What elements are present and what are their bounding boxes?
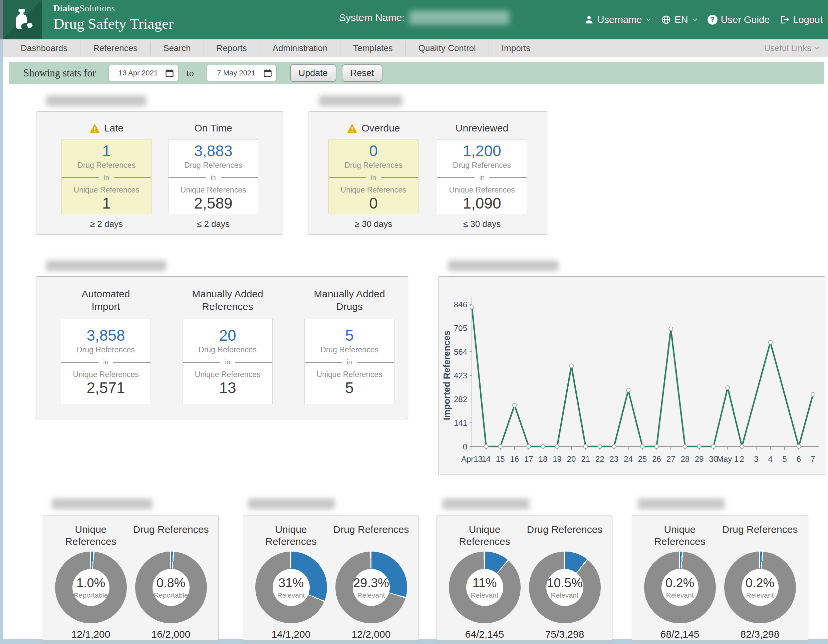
panel-title-redacted bbox=[442, 498, 529, 509]
in-label: in bbox=[206, 174, 221, 182]
drug-references-count[interactable]: 1 bbox=[62, 142, 151, 160]
nav-item-templates[interactable]: Templates bbox=[340, 41, 406, 55]
data-point-marker bbox=[740, 445, 744, 448]
x-tick-label: 4 bbox=[768, 454, 773, 464]
stat-column-unreviewed: Unreviewed1,200Drug ReferencesinUnique R… bbox=[437, 121, 527, 229]
calendar-icon bbox=[263, 68, 272, 78]
y-tick-label: 705 bbox=[454, 324, 467, 333]
language-menu[interactable]: EN bbox=[661, 14, 697, 25]
drug-references-label: Drug References bbox=[437, 161, 527, 170]
reset-button[interactable]: Reset bbox=[342, 64, 383, 82]
drug-references-count[interactable]: 3,883 bbox=[169, 142, 258, 160]
data-point-marker bbox=[726, 386, 730, 390]
start-date-input[interactable]: 13 Apr 2021 bbox=[108, 65, 179, 81]
in-divider: in bbox=[169, 174, 258, 182]
app-logo[interactable] bbox=[3, 0, 42, 39]
drug-references-count[interactable]: 20 bbox=[183, 327, 272, 344]
in-divider: in bbox=[305, 358, 394, 366]
stat-column-header-line: References bbox=[183, 300, 273, 313]
data-point-marker bbox=[626, 388, 630, 392]
donut-hole: 0.8%Reportable bbox=[152, 569, 190, 606]
data-point-marker bbox=[669, 327, 673, 331]
drug-references-label: Drug References bbox=[62, 161, 151, 170]
donut-header: Drug References bbox=[333, 523, 409, 548]
x-tick-label: 7 bbox=[811, 454, 815, 464]
donut-chart: 0.2%Relevant bbox=[644, 552, 716, 623]
drug-references-count[interactable]: 3,858 bbox=[61, 327, 151, 344]
x-tick-label: 6 bbox=[797, 454, 801, 464]
drug-references-count[interactable]: 5 bbox=[305, 327, 394, 344]
x-tick-label: Apr13 bbox=[461, 454, 483, 464]
nav-item-references[interactable]: References bbox=[80, 41, 150, 55]
donut-percent: 0.8% bbox=[157, 576, 185, 590]
useful-links-menu[interactable]: Useful Links bbox=[764, 39, 819, 57]
unique-references-count: 0 bbox=[329, 194, 418, 212]
data-point-marker bbox=[768, 340, 772, 344]
donut-metric-label: Relevant bbox=[471, 591, 499, 599]
stat-column-header-line: Drugs bbox=[304, 300, 395, 313]
update-button[interactable]: Update bbox=[290, 64, 336, 82]
nav-item-quality-control[interactable]: Quality Control bbox=[406, 41, 489, 55]
imported-references-chart-panel: 0141282423564705846Apr131415161718192021… bbox=[438, 276, 825, 475]
donut-header: Unique References bbox=[252, 523, 329, 548]
stat-column-header-line: Manually Added bbox=[183, 288, 273, 300]
stat-column-title: Unreviewed bbox=[456, 122, 508, 134]
stat-column-header: Late bbox=[61, 121, 152, 135]
date-filter-bar: Showing stats for 13 Apr 2021 to 7 May 2… bbox=[9, 62, 824, 84]
data-point-marker bbox=[470, 305, 474, 309]
unique-references-count: 1,090 bbox=[437, 194, 527, 212]
nav-item-administration[interactable]: Administration bbox=[260, 41, 340, 55]
x-tick-label: 28 bbox=[681, 454, 690, 464]
donut-chart: 29.3%Relevant bbox=[336, 552, 407, 623]
review-stats-panel: Overdue0Drug ReferencesinUnique Referenc… bbox=[308, 111, 547, 235]
logout-label: Logout bbox=[793, 14, 823, 25]
user-guide-link[interactable]: ? User Guide bbox=[707, 14, 770, 25]
useful-links-label: Useful Links bbox=[764, 43, 811, 53]
pill-bottle-icon bbox=[10, 7, 35, 32]
donut-panel: Unique References31%Relevant14/1,200Drug… bbox=[243, 516, 419, 641]
nav-item-dashboards[interactable]: Dashboards bbox=[8, 41, 80, 55]
drug-references-count[interactable]: 0 bbox=[329, 142, 418, 160]
data-point-marker bbox=[498, 445, 502, 448]
data-point-marker bbox=[640, 445, 645, 448]
donut-panel: Unique References11%Relevant64/2,145Drug… bbox=[436, 516, 612, 641]
stat-column-title: On Time bbox=[194, 122, 232, 134]
stat-card: 20Drug ReferencesinUnique References13 bbox=[183, 319, 273, 404]
drug-references-count[interactable]: 1,200 bbox=[437, 142, 527, 160]
brand-block: DialogSolutions Drug Safety Triager bbox=[53, 3, 174, 32]
donut-chart: 11%Relevant bbox=[449, 552, 521, 623]
drug-references-label: Drug References bbox=[305, 345, 394, 354]
divider-line bbox=[305, 362, 342, 363]
donut-group-unique-references: Unique References0.2%Relevant68/2,145 bbox=[641, 523, 718, 640]
x-tick-label: 27 bbox=[666, 454, 676, 464]
panel-title-redacted bbox=[52, 498, 152, 509]
donut-hole: 1.0%Reportable bbox=[72, 569, 110, 606]
unique-references-label: Unique References bbox=[62, 185, 151, 194]
nav-item-search[interactable]: Search bbox=[150, 41, 203, 55]
donut-fraction: 64/2,145 bbox=[446, 629, 523, 640]
end-date-input[interactable]: 7 May 2021 bbox=[207, 65, 277, 81]
triage-stats-panel: Late1Drug ReferencesinUnique References1… bbox=[36, 111, 283, 235]
user-menu[interactable]: Username bbox=[584, 14, 651, 25]
x-tick-label: May 1 bbox=[717, 454, 739, 464]
logout-button[interactable]: Logout bbox=[779, 14, 823, 25]
threshold-footnote: ≤ 30 days bbox=[437, 219, 527, 229]
x-tick-label: 22 bbox=[595, 454, 604, 464]
unique-references-count: 2,571 bbox=[61, 379, 151, 396]
help-icon: ? bbox=[707, 15, 718, 25]
stat-column-header: Manually AddedDrugs bbox=[304, 288, 395, 314]
divider-line bbox=[437, 177, 475, 178]
donut-fraction: 75/3,298 bbox=[526, 629, 603, 640]
nav-item-imports[interactable]: Imports bbox=[489, 41, 543, 55]
in-label: in bbox=[99, 174, 114, 182]
nav-item-reports[interactable]: Reports bbox=[204, 41, 260, 55]
donut-group-unique-references: Unique References1.0%Reportable12/1,200 bbox=[52, 523, 129, 640]
drug-references-label: Drug References bbox=[61, 345, 151, 354]
stat-column-header-line: Manually Added bbox=[304, 288, 395, 300]
data-point-marker bbox=[797, 445, 801, 448]
chevron-down-icon bbox=[692, 18, 698, 21]
stat-column-header: Manually AddedReferences bbox=[183, 288, 273, 314]
drug-references-label: Drug References bbox=[169, 161, 258, 170]
main-nav: DashboardsReferencesSearchReportsAdminis… bbox=[3, 39, 828, 57]
donut-header: Unique References bbox=[641, 523, 718, 548]
